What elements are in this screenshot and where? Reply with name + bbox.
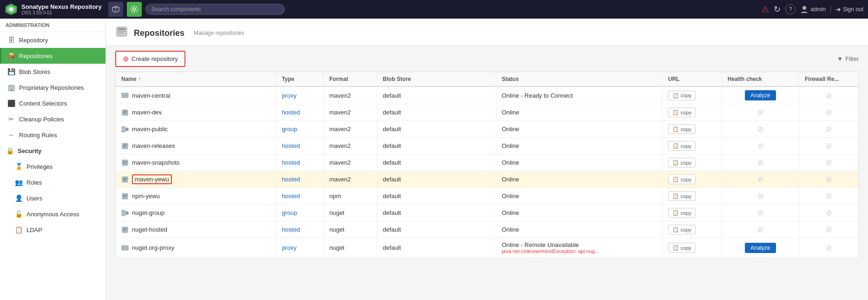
cell-name-1: maven-dev (116, 104, 276, 121)
svg-rect-17 (122, 127, 125, 129)
copy-url-button-0[interactable]: 📋 copy (668, 91, 696, 100)
sidebar-item-content-selectors[interactable]: ⬛ Content Selectors (0, 95, 105, 111)
cell-url-0: 📋 copy (662, 87, 722, 104)
firewall-disabled-3: ⊘ (826, 142, 832, 150)
admin-button[interactable] (127, 2, 142, 17)
status-text-2: Online (502, 126, 519, 133)
cell-type-1: hosted (276, 104, 323, 121)
status-text-5: Online (502, 176, 519, 183)
refresh-button[interactable]: ↻ (774, 4, 781, 14)
analyze-button-0[interactable]: Analyze (745, 90, 776, 100)
copy-url-button-6[interactable]: 📋 copy (668, 191, 696, 201)
table-row: maven-releases hosted maven2 default Onl… (116, 138, 859, 154)
copy-url-button-5[interactable]: 📋 copy (668, 174, 696, 184)
copy-icon-6: 📋 (672, 193, 679, 199)
status-text-3: Online (502, 142, 519, 149)
copy-label-3: copy (681, 143, 691, 149)
copy-url-button-9[interactable]: 📋 copy (668, 243, 696, 253)
health-disabled-5: ⊘ (757, 175, 763, 183)
cell-blobstore-7: default (377, 205, 496, 221)
copy-url-button-8[interactable]: 📋 copy (668, 225, 696, 234)
repo-name-cell-6: npm-yewu (121, 192, 270, 200)
copy-label-1: copy (681, 110, 691, 115)
type-link-2[interactable]: group (282, 126, 297, 133)
sidebar-item-privileges[interactable]: 🏅 Privileges (0, 159, 105, 174)
sidebar-item-cleanup-policies[interactable]: ✂ Cleanup Policies (0, 111, 105, 127)
cell-type-2: group (276, 121, 323, 138)
type-link-0[interactable]: proxy (282, 92, 296, 99)
table-row: maven-dev hosted maven2 default Online 📋… (116, 104, 859, 121)
svg-rect-11 (118, 33, 124, 33)
repo-name-cell-7: nuget-group (121, 209, 270, 217)
sidebar-item-proprietary-repos[interactable]: 🏢 Proprietary Repositories (0, 80, 105, 95)
sidebar-item-anonymous-access[interactable]: 🔓 Anonymous Access (0, 206, 105, 222)
cell-status-5: Online (496, 171, 662, 188)
filter-button[interactable]: ▼ Filter (837, 55, 859, 62)
svg-rect-19 (125, 128, 128, 131)
sidebar-item-routing-rules[interactable]: ↔ Routing Rules (0, 127, 105, 143)
status-text-6: Online (502, 193, 519, 200)
status-sub-9: java.net.UnknownHostException: api.nug..… (502, 248, 657, 254)
copy-label-5: copy (681, 177, 691, 182)
cell-format-9: nuget (323, 238, 377, 258)
sidebar-item-blob-stores[interactable]: 💾 Blob Stores (0, 64, 105, 80)
user-avatar-icon (800, 5, 809, 13)
alert-button[interactable]: ⚠ (762, 4, 769, 14)
sidebar-item-roles[interactable]: 👥 Roles (0, 174, 105, 190)
type-link-4[interactable]: hosted (282, 159, 300, 166)
browse-button[interactable] (108, 2, 123, 17)
ldap-icon: 📋 (14, 226, 23, 233)
cell-blobstore-0: default (377, 87, 496, 104)
search-input[interactable] (145, 4, 285, 15)
svg-rect-10 (118, 31, 125, 32)
signout-label: Sign out (843, 6, 863, 13)
create-repository-button[interactable]: ⊕ Create repository (115, 51, 185, 67)
search-box[interactable] (145, 4, 285, 15)
proprietary-repos-icon: 🏢 (7, 84, 15, 91)
copy-url-button-4[interactable]: 📋 copy (668, 158, 696, 167)
cell-name-6: npm-yewu (116, 188, 276, 205)
sidebar-item-repository[interactable]: 🗄 Repository (0, 32, 105, 48)
sidebar-item-ldap[interactable]: 📋 LDAP (0, 222, 105, 238)
sidebar-item-repositories[interactable]: 📦 Repositories (0, 48, 105, 64)
repo-icon-4 (121, 159, 129, 167)
copy-url-button-7[interactable]: 📋 copy (668, 208, 696, 218)
type-link-9[interactable]: proxy (282, 244, 296, 251)
sidebar-item-users[interactable]: 👤 Users (0, 190, 105, 206)
analyze-button-9[interactable]: Analyze (745, 243, 776, 253)
type-link-1[interactable]: hosted (282, 109, 300, 116)
cell-health-2: ⊘ (722, 121, 799, 138)
repo-icon-1 (121, 108, 129, 116)
copy-url-button-2[interactable]: 📋 copy (668, 124, 696, 134)
sidebar-item-ldap-label: LDAP (26, 227, 42, 233)
repo-name-label-1: maven-dev (132, 109, 162, 116)
main-layout: Administration 🗄 Repository 📦 Repositori… (0, 19, 868, 300)
cell-health-1: ⊘ (722, 104, 799, 121)
cell-firewall-3: ⊘ (799, 138, 859, 154)
type-link-7[interactable]: group (282, 209, 297, 216)
page-subtitle: Manage repositories (194, 30, 244, 36)
copy-icon-1: 📋 (672, 109, 679, 115)
cell-format-1: maven2 (323, 104, 377, 121)
table-row: maven-snapshots hosted maven2 default On… (116, 154, 859, 171)
type-link-5[interactable]: hosted (282, 176, 300, 183)
repo-name-cell-3: maven-releases (121, 142, 270, 150)
type-link-6[interactable]: hosted (282, 193, 300, 200)
svg-rect-25 (123, 163, 126, 164)
copy-url-button-1[interactable]: 📋 copy (668, 107, 696, 117)
cell-blobstore-4: default (377, 154, 496, 171)
type-link-3[interactable]: hosted (282, 142, 300, 149)
repo-icon-9 (121, 244, 129, 252)
help-button[interactable]: ? (785, 4, 796, 14)
copy-url-button-3[interactable]: 📋 copy (668, 141, 696, 151)
page-header-icon (115, 25, 128, 41)
type-link-8[interactable]: hosted (282, 226, 300, 233)
cell-url-4: 📋 copy (662, 154, 722, 171)
sidebar-section-security[interactable]: 🔒 Security (0, 143, 105, 159)
svg-point-2 (9, 7, 13, 11)
app-version: OSS 3.59.0-01 (21, 10, 102, 15)
signout-button[interactable]: ➜ Sign out (830, 6, 863, 13)
user-menu[interactable]: admin (800, 5, 826, 13)
table-row: nuget-group group nuget default Online 📋… (116, 205, 859, 221)
cell-blobstore-8: default (377, 221, 496, 238)
